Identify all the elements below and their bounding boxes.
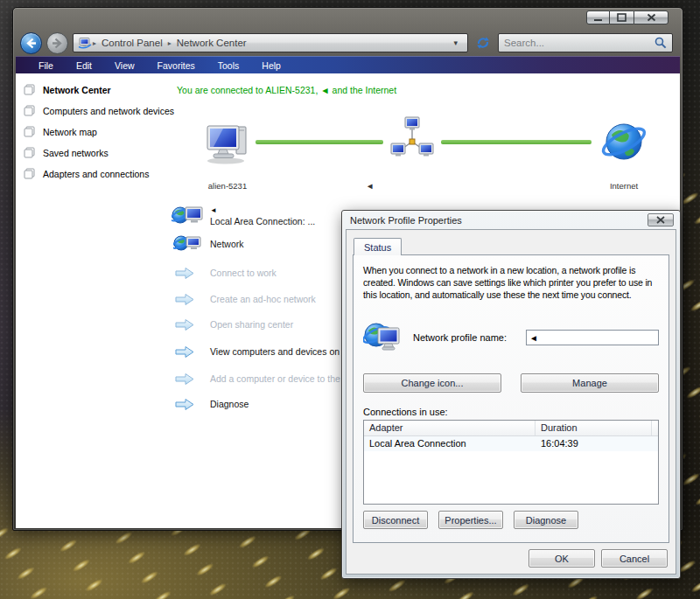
connections-table: Adapter Duration Local Area Connection 1… — [363, 420, 659, 505]
forward-arrow-icon — [49, 35, 66, 52]
sidebar-item-adapters-connections[interactable]: Adapters and connections — [24, 168, 149, 179]
pages-icon — [24, 84, 35, 95]
search-icon[interactable] — [654, 37, 667, 49]
task-arrow-icon — [175, 398, 194, 411]
menu-file[interactable]: File — [27, 60, 65, 71]
menu-edit[interactable]: Edit — [65, 60, 103, 71]
map-internet-label: Internet — [600, 181, 648, 191]
lan-marker: ◄ — [210, 206, 217, 214]
address-dropdown-icon[interactable]: ▾ — [448, 38, 463, 47]
pages-icon — [24, 126, 35, 137]
sidebar-item-computers-devices[interactable]: Computers and network devices — [24, 105, 174, 116]
menu-help[interactable]: Help — [250, 60, 292, 71]
table-header: Adapter Duration — [364, 421, 658, 436]
search-box — [498, 33, 673, 52]
profile-name-input[interactable] — [526, 330, 659, 345]
task-arrow-icon — [175, 267, 194, 280]
task-label: Open sharing center — [210, 319, 293, 330]
breadcrumb-network-center[interactable]: Network Center — [172, 38, 251, 48]
table-row[interactable]: Local Area Connection 16:04:39 — [364, 436, 658, 451]
column-spacer — [652, 421, 658, 435]
refresh-icon — [475, 36, 491, 50]
computer-icon[interactable] — [205, 122, 250, 169]
menu-tools[interactable]: Tools — [206, 60, 251, 71]
dialog-titlebar: Network Profile Properties — [342, 211, 680, 229]
map-link-line — [256, 140, 383, 144]
column-adapter[interactable]: Adapter — [364, 421, 536, 435]
pages-icon — [24, 147, 35, 158]
diagnose-button[interactable]: Diagnose — [514, 511, 578, 529]
map-network-label: ◄ — [366, 181, 374, 191]
maximize-button[interactable] — [610, 10, 634, 24]
menu-bar: File Edit View Favorites Tools Help — [16, 56, 680, 73]
disconnect-button[interactable]: Disconnect — [363, 511, 428, 529]
breadcrumb-control-panel[interactable]: Control Panel — [97, 38, 167, 48]
close-icon — [647, 13, 656, 22]
back-button[interactable] — [20, 32, 42, 54]
window-controls — [586, 10, 668, 24]
profile-name-label: Network profile name: — [413, 332, 507, 343]
menu-view[interactable]: View — [103, 60, 146, 71]
sidebar-item-label: Network Center — [43, 85, 111, 95]
desktop: ▸ Control Panel ▸ Network Center ▾ — [0, 0, 700, 599]
network-location-icon — [78, 37, 92, 49]
status-tab-page: When you connect to a network in a new l… — [353, 254, 669, 543]
dialog-title: Network Profile Properties — [350, 215, 462, 226]
pages-icon — [24, 105, 35, 116]
task-label: Create an ad-hoc network — [210, 294, 316, 304]
task-diagnose[interactable]: Diagnose — [175, 397, 248, 411]
properties-button[interactable]: Properties... — [438, 511, 503, 529]
task-arrow-icon — [175, 318, 194, 331]
network-name-label: Network — [210, 239, 244, 249]
network-profile-icon — [363, 320, 402, 355]
sidebar-item-network-center[interactable]: Network Center — [24, 84, 111, 95]
sidebar-item-saved-networks[interactable]: Saved networks — [24, 147, 108, 158]
maximize-icon — [617, 13, 626, 22]
close-button[interactable] — [634, 10, 668, 24]
sidebar-item-label: Computers and network devices — [43, 106, 174, 116]
window-titlebar — [16, 8, 680, 30]
task-open-sharing-center: Open sharing center — [175, 317, 293, 331]
connection-buttons-row: Disconnect Properties... Diagnose — [363, 511, 659, 529]
ok-button[interactable]: OK — [528, 549, 595, 568]
manage-button[interactable]: Manage — [521, 373, 659, 393]
forward-button[interactable] — [46, 32, 68, 54]
search-input[interactable] — [504, 38, 654, 48]
profile-buttons-row: Change icon... Manage — [363, 373, 659, 393]
refresh-button[interactable] — [472, 33, 494, 52]
column-duration[interactable]: Duration — [536, 421, 652, 435]
task-label: Connect to work — [210, 268, 276, 278]
minimize-button[interactable] — [586, 10, 610, 24]
task-arrow-icon — [175, 345, 194, 359]
cell-adapter: Local Area Connection — [364, 436, 536, 451]
map-computer-label: alien-5231 — [205, 181, 250, 191]
pages-icon — [24, 168, 35, 179]
dialog-footer: OK Cancel — [353, 543, 669, 574]
task-create-adhoc-network: Create an ad-hoc network — [175, 292, 316, 306]
tab-status[interactable]: Status — [354, 238, 402, 255]
dialog-close-button[interactable] — [648, 213, 674, 226]
cell-duration: 16:04:39 — [536, 436, 652, 451]
sidebar-item-label: Adapters and connections — [43, 169, 149, 179]
map-link-line — [441, 140, 592, 144]
connection-status-text: You are connected to ALIEN-5231, ◄ and t… — [177, 85, 396, 95]
task-arrow-icon — [175, 373, 194, 386]
network-cluster-icon[interactable] — [388, 115, 436, 170]
sidebar-item-network-map[interactable]: Network map — [24, 126, 97, 137]
lan-connection-link[interactable]: Local Area Connection: ... — [210, 216, 315, 226]
task-connect-to-work: Connect to work — [175, 266, 276, 280]
network-profile-properties-dialog: Network Profile Properties Status When y… — [341, 210, 681, 579]
internet-globe-icon[interactable] — [600, 120, 648, 169]
navigation-toolbar: ▸ Control Panel ▸ Network Center ▾ — [16, 30, 680, 56]
profile-name-row: Network profile name: — [363, 320, 659, 355]
menu-favorites[interactable]: Favorites — [146, 60, 206, 71]
minimize-icon — [593, 14, 603, 22]
cancel-button[interactable]: Cancel — [601, 549, 668, 568]
close-icon — [656, 216, 665, 224]
lan-connection-icon — [172, 205, 205, 230]
change-icon-button[interactable]: Change icon... — [363, 373, 501, 393]
task-arrow-icon — [175, 293, 194, 306]
back-arrow-icon — [23, 35, 39, 52]
address-bar[interactable]: ▸ Control Panel ▸ Network Center ▾ — [73, 33, 468, 52]
dialog-body: Status When you connect to a network in … — [346, 229, 676, 575]
